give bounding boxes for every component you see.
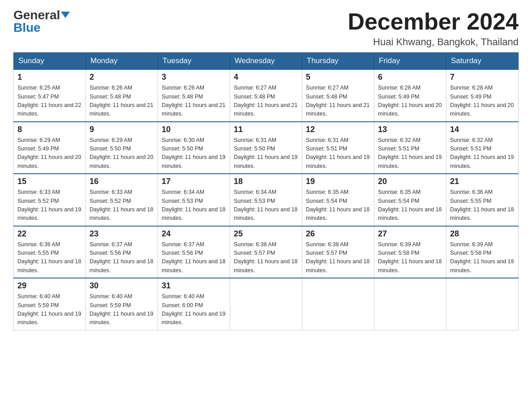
calendar-day-27: 27Sunrise: 6:39 AMSunset: 5:58 PMDayligh… — [374, 226, 446, 278]
day-number: 23 — [90, 229, 154, 239]
day-number: 9 — [90, 125, 154, 134]
day-number: 19 — [306, 177, 370, 186]
calendar-week-row: 22Sunrise: 6:36 AMSunset: 5:55 PMDayligh… — [14, 226, 519, 278]
logo: General Blue — [13, 9, 70, 34]
col-header-thursday: Thursday — [302, 53, 374, 70]
col-header-sunday: Sunday — [14, 53, 86, 70]
calendar-week-row: 29Sunrise: 6:40 AMSunset: 5:59 PMDayligh… — [14, 278, 519, 330]
day-info: Sunrise: 6:36 AMSunset: 5:55 PMDaylight:… — [450, 188, 515, 223]
day-info: Sunrise: 6:34 AMSunset: 5:53 PMDaylight:… — [162, 188, 226, 223]
day-info: Sunrise: 6:38 AMSunset: 5:57 PMDaylight:… — [234, 240, 298, 275]
calendar-day-20: 20Sunrise: 6:35 AMSunset: 5:54 PMDayligh… — [374, 174, 446, 226]
day-number: 4 — [234, 73, 298, 82]
calendar-day-16: 16Sunrise: 6:33 AMSunset: 5:52 PMDayligh… — [86, 174, 158, 226]
calendar-day-11: 11Sunrise: 6:31 AMSunset: 5:50 PMDayligh… — [230, 122, 302, 174]
day-number: 1 — [17, 73, 82, 82]
day-number: 16 — [90, 177, 154, 186]
day-number: 6 — [378, 73, 442, 82]
logo-triangle-icon — [61, 12, 70, 18]
calendar-day-8: 8Sunrise: 6:29 AMSunset: 5:49 PMDaylight… — [14, 122, 86, 174]
day-number: 24 — [162, 229, 226, 239]
day-number: 28 — [450, 229, 515, 239]
day-number: 8 — [17, 125, 82, 134]
day-number: 5 — [306, 73, 370, 82]
day-number: 18 — [234, 177, 298, 186]
day-number: 15 — [17, 177, 82, 186]
day-number: 26 — [306, 229, 370, 239]
calendar-day-13: 13Sunrise: 6:32 AMSunset: 5:51 PMDayligh… — [374, 122, 446, 174]
day-number: 25 — [234, 229, 298, 239]
day-info: Sunrise: 6:31 AMSunset: 5:50 PMDaylight:… — [234, 136, 298, 171]
calendar-day-9: 9Sunrise: 6:29 AMSunset: 5:50 PMDaylight… — [86, 122, 158, 174]
day-info: Sunrise: 6:25 AMSunset: 5:47 PMDaylight:… — [17, 84, 82, 119]
col-header-friday: Friday — [374, 53, 446, 70]
day-info: Sunrise: 6:36 AMSunset: 5:55 PMDaylight:… — [17, 240, 82, 275]
calendar-week-row: 1Sunrise: 6:25 AMSunset: 5:47 PMDaylight… — [14, 69, 519, 122]
calendar-day-6: 6Sunrise: 6:28 AMSunset: 5:49 PMDaylight… — [374, 69, 446, 122]
day-info: Sunrise: 6:34 AMSunset: 5:53 PMDaylight:… — [234, 188, 298, 223]
calendar-day-17: 17Sunrise: 6:34 AMSunset: 5:53 PMDayligh… — [158, 174, 230, 226]
day-info: Sunrise: 6:31 AMSunset: 5:51 PMDaylight:… — [306, 136, 370, 171]
day-info: Sunrise: 6:29 AMSunset: 5:50 PMDaylight:… — [90, 136, 154, 171]
day-number: 27 — [378, 229, 442, 239]
calendar-day-5: 5Sunrise: 6:27 AMSunset: 5:48 PMDaylight… — [302, 69, 374, 122]
day-number: 29 — [17, 281, 82, 291]
logo-blue-text: Blue — [13, 21, 41, 34]
day-info: Sunrise: 6:37 AMSunset: 5:56 PMDaylight:… — [162, 240, 226, 275]
day-info: Sunrise: 6:39 AMSunset: 5:58 PMDaylight:… — [378, 240, 442, 275]
empty-day-cell — [230, 278, 302, 330]
calendar-day-21: 21Sunrise: 6:36 AMSunset: 5:55 PMDayligh… — [446, 174, 519, 226]
calendar-day-30: 30Sunrise: 6:40 AMSunset: 5:59 PMDayligh… — [86, 278, 158, 330]
calendar-day-4: 4Sunrise: 6:27 AMSunset: 5:48 PMDaylight… — [230, 69, 302, 122]
calendar-day-28: 28Sunrise: 6:39 AMSunset: 5:58 PMDayligh… — [446, 226, 519, 278]
day-info: Sunrise: 6:35 AMSunset: 5:54 PMDaylight:… — [378, 188, 442, 223]
day-info: Sunrise: 6:35 AMSunset: 5:54 PMDaylight:… — [306, 188, 370, 223]
day-number: 20 — [378, 177, 442, 186]
day-info: Sunrise: 6:37 AMSunset: 5:56 PMDaylight:… — [90, 240, 154, 275]
day-number: 21 — [450, 177, 515, 186]
calendar-table: SundayMondayTuesdayWednesdayThursdayFrid… — [13, 52, 519, 330]
day-number: 11 — [234, 125, 298, 134]
day-info: Sunrise: 6:26 AMSunset: 5:48 PMDaylight:… — [90, 84, 154, 119]
calendar-day-19: 19Sunrise: 6:35 AMSunset: 5:54 PMDayligh… — [302, 174, 374, 226]
day-number: 3 — [162, 73, 226, 82]
day-info: Sunrise: 6:38 AMSunset: 5:57 PMDaylight:… — [306, 240, 370, 275]
day-info: Sunrise: 6:27 AMSunset: 5:48 PMDaylight:… — [306, 84, 370, 119]
col-header-tuesday: Tuesday — [158, 53, 230, 70]
calendar-day-26: 26Sunrise: 6:38 AMSunset: 5:57 PMDayligh… — [302, 226, 374, 278]
day-info: Sunrise: 6:32 AMSunset: 5:51 PMDaylight:… — [450, 136, 515, 171]
day-info: Sunrise: 6:40 AMSunset: 5:59 PMDaylight:… — [17, 292, 82, 327]
day-info: Sunrise: 6:28 AMSunset: 5:49 PMDaylight:… — [378, 84, 442, 119]
calendar-day-24: 24Sunrise: 6:37 AMSunset: 5:56 PMDayligh… — [158, 226, 230, 278]
location-title: Huai Khwang, Bangkok, Thailand — [348, 36, 519, 48]
empty-day-cell — [446, 278, 519, 330]
page-header: General Blue December 2024 Huai Khwang, … — [13, 9, 519, 48]
calendar-header-row: SundayMondayTuesdayWednesdayThursdayFrid… — [14, 53, 519, 70]
day-info: Sunrise: 6:33 AMSunset: 5:52 PMDaylight:… — [17, 188, 82, 223]
day-info: Sunrise: 6:32 AMSunset: 5:51 PMDaylight:… — [378, 136, 442, 171]
day-info: Sunrise: 6:40 AMSunset: 5:59 PMDaylight:… — [90, 292, 154, 327]
day-info: Sunrise: 6:30 AMSunset: 5:50 PMDaylight:… — [162, 136, 226, 171]
day-info: Sunrise: 6:33 AMSunset: 5:52 PMDaylight:… — [90, 188, 154, 223]
calendar-day-15: 15Sunrise: 6:33 AMSunset: 5:52 PMDayligh… — [14, 174, 86, 226]
calendar-day-2: 2Sunrise: 6:26 AMSunset: 5:48 PMDaylight… — [86, 69, 158, 122]
calendar-day-14: 14Sunrise: 6:32 AMSunset: 5:51 PMDayligh… — [446, 122, 519, 174]
calendar-week-row: 8Sunrise: 6:29 AMSunset: 5:49 PMDaylight… — [14, 122, 519, 174]
day-number: 30 — [90, 281, 154, 291]
col-header-saturday: Saturday — [446, 53, 519, 70]
col-header-wednesday: Wednesday — [230, 53, 302, 70]
calendar-day-29: 29Sunrise: 6:40 AMSunset: 5:59 PMDayligh… — [14, 278, 86, 330]
day-info: Sunrise: 6:29 AMSunset: 5:49 PMDaylight:… — [17, 136, 82, 171]
calendar-day-31: 31Sunrise: 6:40 AMSunset: 6:00 PMDayligh… — [158, 278, 230, 330]
day-number: 22 — [17, 229, 82, 239]
empty-day-cell — [302, 278, 374, 330]
col-header-monday: Monday — [86, 53, 158, 70]
day-info: Sunrise: 6:40 AMSunset: 6:00 PMDaylight:… — [162, 292, 226, 327]
day-info: Sunrise: 6:28 AMSunset: 5:49 PMDaylight:… — [450, 84, 515, 119]
day-info: Sunrise: 6:39 AMSunset: 5:58 PMDaylight:… — [450, 240, 515, 275]
day-info: Sunrise: 6:27 AMSunset: 5:48 PMDaylight:… — [234, 84, 298, 119]
calendar-day-25: 25Sunrise: 6:38 AMSunset: 5:57 PMDayligh… — [230, 226, 302, 278]
calendar-day-12: 12Sunrise: 6:31 AMSunset: 5:51 PMDayligh… — [302, 122, 374, 174]
calendar-day-23: 23Sunrise: 6:37 AMSunset: 5:56 PMDayligh… — [86, 226, 158, 278]
title-block: December 2024 Huai Khwang, Bangkok, Thai… — [348, 9, 519, 48]
